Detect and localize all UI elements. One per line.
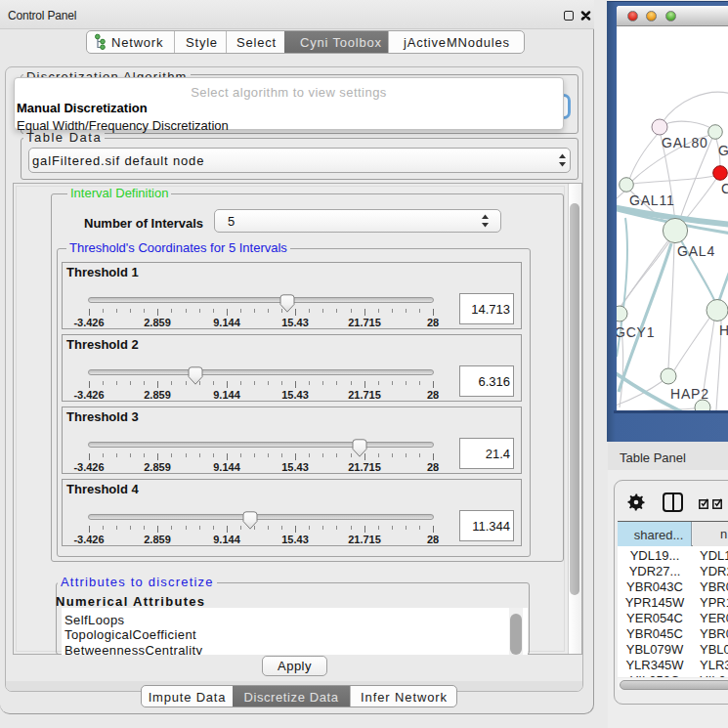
svg-text:GAL11: GAL11 (629, 193, 675, 208)
svg-text:GAL4: GAL4 (677, 243, 715, 259)
svg-text:GA: GA (718, 143, 728, 158)
svg-text:GCY1: GCY1 (617, 324, 655, 340)
svg-text:HI: HI (719, 322, 728, 338)
svg-text:GAL80: GAL80 (662, 135, 708, 150)
svg-text:C: C (721, 181, 728, 196)
svg-text:HAP2: HAP2 (670, 386, 709, 402)
